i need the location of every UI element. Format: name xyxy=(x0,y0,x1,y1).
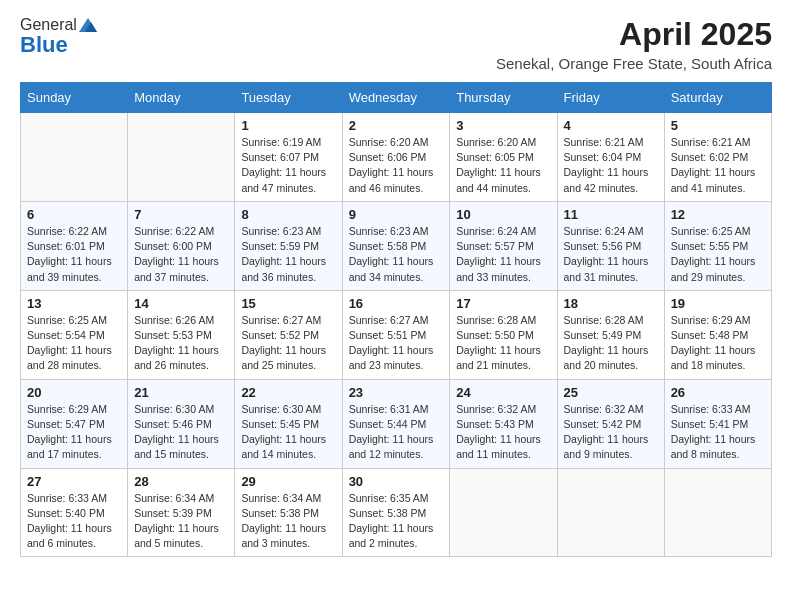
day-of-week-header: Thursday xyxy=(450,83,557,113)
calendar-cell: 17Sunrise: 6:28 AM Sunset: 5:50 PM Dayli… xyxy=(450,290,557,379)
logo: General Blue xyxy=(20,16,97,58)
day-number: 6 xyxy=(27,207,121,222)
calendar-cell: 5Sunrise: 6:21 AM Sunset: 6:02 PM Daylig… xyxy=(664,113,771,202)
calendar-header: SundayMondayTuesdayWednesdayThursdayFrid… xyxy=(21,83,772,113)
day-info: Sunrise: 6:22 AM Sunset: 6:00 PM Dayligh… xyxy=(134,224,228,285)
day-info: Sunrise: 6:21 AM Sunset: 6:04 PM Dayligh… xyxy=(564,135,658,196)
days-of-week-row: SundayMondayTuesdayWednesdayThursdayFrid… xyxy=(21,83,772,113)
day-number: 20 xyxy=(27,385,121,400)
day-info: Sunrise: 6:33 AM Sunset: 5:40 PM Dayligh… xyxy=(27,491,121,552)
day-number: 12 xyxy=(671,207,765,222)
day-of-week-header: Friday xyxy=(557,83,664,113)
calendar-cell: 13Sunrise: 6:25 AM Sunset: 5:54 PM Dayli… xyxy=(21,290,128,379)
calendar-week-row: 20Sunrise: 6:29 AM Sunset: 5:47 PM Dayli… xyxy=(21,379,772,468)
day-info: Sunrise: 6:32 AM Sunset: 5:42 PM Dayligh… xyxy=(564,402,658,463)
calendar-cell: 21Sunrise: 6:30 AM Sunset: 5:46 PM Dayli… xyxy=(128,379,235,468)
day-info: Sunrise: 6:34 AM Sunset: 5:39 PM Dayligh… xyxy=(134,491,228,552)
day-number: 24 xyxy=(456,385,550,400)
day-info: Sunrise: 6:24 AM Sunset: 5:56 PM Dayligh… xyxy=(564,224,658,285)
calendar-cell: 16Sunrise: 6:27 AM Sunset: 5:51 PM Dayli… xyxy=(342,290,450,379)
month-year-title: April 2025 xyxy=(496,16,772,53)
day-info: Sunrise: 6:25 AM Sunset: 5:55 PM Dayligh… xyxy=(671,224,765,285)
calendar-cell: 12Sunrise: 6:25 AM Sunset: 5:55 PM Dayli… xyxy=(664,201,771,290)
calendar-cell: 8Sunrise: 6:23 AM Sunset: 5:59 PM Daylig… xyxy=(235,201,342,290)
day-info: Sunrise: 6:23 AM Sunset: 5:59 PM Dayligh… xyxy=(241,224,335,285)
location-subtitle: Senekal, Orange Free State, South Africa xyxy=(496,55,772,72)
day-info: Sunrise: 6:33 AM Sunset: 5:41 PM Dayligh… xyxy=(671,402,765,463)
page-header: General Blue April 2025 Senekal, Orange … xyxy=(20,16,772,72)
calendar-cell: 24Sunrise: 6:32 AM Sunset: 5:43 PM Dayli… xyxy=(450,379,557,468)
calendar-week-row: 6Sunrise: 6:22 AM Sunset: 6:01 PM Daylig… xyxy=(21,201,772,290)
day-number: 29 xyxy=(241,474,335,489)
calendar-cell: 26Sunrise: 6:33 AM Sunset: 5:41 PM Dayli… xyxy=(664,379,771,468)
calendar-cell: 18Sunrise: 6:28 AM Sunset: 5:49 PM Dayli… xyxy=(557,290,664,379)
day-number: 22 xyxy=(241,385,335,400)
day-info: Sunrise: 6:20 AM Sunset: 6:05 PM Dayligh… xyxy=(456,135,550,196)
calendar-body: 1Sunrise: 6:19 AM Sunset: 6:07 PM Daylig… xyxy=(21,113,772,557)
day-number: 17 xyxy=(456,296,550,311)
day-info: Sunrise: 6:25 AM Sunset: 5:54 PM Dayligh… xyxy=(27,313,121,374)
day-number: 18 xyxy=(564,296,658,311)
day-info: Sunrise: 6:28 AM Sunset: 5:50 PM Dayligh… xyxy=(456,313,550,374)
calendar-cell: 30Sunrise: 6:35 AM Sunset: 5:38 PM Dayli… xyxy=(342,468,450,557)
calendar-cell: 14Sunrise: 6:26 AM Sunset: 5:53 PM Dayli… xyxy=(128,290,235,379)
day-of-week-header: Sunday xyxy=(21,83,128,113)
day-info: Sunrise: 6:21 AM Sunset: 6:02 PM Dayligh… xyxy=(671,135,765,196)
day-number: 14 xyxy=(134,296,228,311)
calendar-cell: 15Sunrise: 6:27 AM Sunset: 5:52 PM Dayli… xyxy=(235,290,342,379)
day-number: 1 xyxy=(241,118,335,133)
calendar-cell: 20Sunrise: 6:29 AM Sunset: 5:47 PM Dayli… xyxy=(21,379,128,468)
day-number: 10 xyxy=(456,207,550,222)
day-number: 5 xyxy=(671,118,765,133)
calendar-week-row: 27Sunrise: 6:33 AM Sunset: 5:40 PM Dayli… xyxy=(21,468,772,557)
day-info: Sunrise: 6:31 AM Sunset: 5:44 PM Dayligh… xyxy=(349,402,444,463)
calendar-cell: 3Sunrise: 6:20 AM Sunset: 6:05 PM Daylig… xyxy=(450,113,557,202)
day-number: 15 xyxy=(241,296,335,311)
day-info: Sunrise: 6:19 AM Sunset: 6:07 PM Dayligh… xyxy=(241,135,335,196)
calendar-week-row: 13Sunrise: 6:25 AM Sunset: 5:54 PM Dayli… xyxy=(21,290,772,379)
calendar-cell: 22Sunrise: 6:30 AM Sunset: 5:45 PM Dayli… xyxy=(235,379,342,468)
day-of-week-header: Wednesday xyxy=(342,83,450,113)
day-info: Sunrise: 6:30 AM Sunset: 5:46 PM Dayligh… xyxy=(134,402,228,463)
day-info: Sunrise: 6:27 AM Sunset: 5:51 PM Dayligh… xyxy=(349,313,444,374)
calendar-cell: 6Sunrise: 6:22 AM Sunset: 6:01 PM Daylig… xyxy=(21,201,128,290)
day-number: 19 xyxy=(671,296,765,311)
logo-icon xyxy=(79,18,97,32)
day-number: 23 xyxy=(349,385,444,400)
calendar-cell xyxy=(21,113,128,202)
day-number: 16 xyxy=(349,296,444,311)
calendar-cell: 1Sunrise: 6:19 AM Sunset: 6:07 PM Daylig… xyxy=(235,113,342,202)
calendar-cell: 4Sunrise: 6:21 AM Sunset: 6:04 PM Daylig… xyxy=(557,113,664,202)
day-info: Sunrise: 6:34 AM Sunset: 5:38 PM Dayligh… xyxy=(241,491,335,552)
logo-blue: Blue xyxy=(20,32,68,58)
day-info: Sunrise: 6:27 AM Sunset: 5:52 PM Dayligh… xyxy=(241,313,335,374)
day-of-week-header: Tuesday xyxy=(235,83,342,113)
calendar-cell: 11Sunrise: 6:24 AM Sunset: 5:56 PM Dayli… xyxy=(557,201,664,290)
calendar-cell: 19Sunrise: 6:29 AM Sunset: 5:48 PM Dayli… xyxy=(664,290,771,379)
calendar-cell: 10Sunrise: 6:24 AM Sunset: 5:57 PM Dayli… xyxy=(450,201,557,290)
day-number: 4 xyxy=(564,118,658,133)
calendar-cell xyxy=(557,468,664,557)
calendar-week-row: 1Sunrise: 6:19 AM Sunset: 6:07 PM Daylig… xyxy=(21,113,772,202)
day-number: 21 xyxy=(134,385,228,400)
day-number: 2 xyxy=(349,118,444,133)
calendar-cell: 2Sunrise: 6:20 AM Sunset: 6:06 PM Daylig… xyxy=(342,113,450,202)
day-of-week-header: Monday xyxy=(128,83,235,113)
calendar-cell xyxy=(128,113,235,202)
day-info: Sunrise: 6:28 AM Sunset: 5:49 PM Dayligh… xyxy=(564,313,658,374)
calendar-cell: 28Sunrise: 6:34 AM Sunset: 5:39 PM Dayli… xyxy=(128,468,235,557)
calendar-cell: 29Sunrise: 6:34 AM Sunset: 5:38 PM Dayli… xyxy=(235,468,342,557)
day-info: Sunrise: 6:20 AM Sunset: 6:06 PM Dayligh… xyxy=(349,135,444,196)
day-number: 28 xyxy=(134,474,228,489)
day-number: 11 xyxy=(564,207,658,222)
calendar-cell: 23Sunrise: 6:31 AM Sunset: 5:44 PM Dayli… xyxy=(342,379,450,468)
day-number: 27 xyxy=(27,474,121,489)
day-info: Sunrise: 6:26 AM Sunset: 5:53 PM Dayligh… xyxy=(134,313,228,374)
calendar-cell: 27Sunrise: 6:33 AM Sunset: 5:40 PM Dayli… xyxy=(21,468,128,557)
day-info: Sunrise: 6:32 AM Sunset: 5:43 PM Dayligh… xyxy=(456,402,550,463)
day-info: Sunrise: 6:30 AM Sunset: 5:45 PM Dayligh… xyxy=(241,402,335,463)
calendar-cell xyxy=(450,468,557,557)
day-info: Sunrise: 6:29 AM Sunset: 5:47 PM Dayligh… xyxy=(27,402,121,463)
day-info: Sunrise: 6:24 AM Sunset: 5:57 PM Dayligh… xyxy=(456,224,550,285)
day-number: 3 xyxy=(456,118,550,133)
